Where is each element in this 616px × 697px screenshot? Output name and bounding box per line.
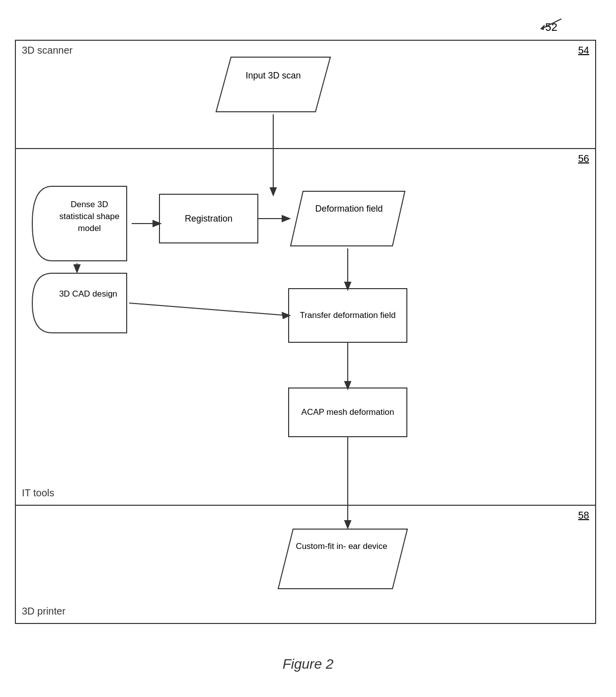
custom-fit-label: Custom-fit in- ear device	[296, 541, 387, 552]
transfer-deformation-label: Transfer deformation field	[300, 310, 395, 321]
transfer-deformation-shape: Transfer deformation field	[288, 288, 407, 343]
svg-marker-2	[216, 57, 330, 112]
page-container: 52 3D scanner 54 IT tools 56 3D printer …	[0, 0, 616, 697]
cad-design-label: 3D CAD design	[52, 288, 124, 300]
input-scan-label: Input 3D scan	[233, 70, 313, 82]
section-label-printer: 3D printer	[22, 606, 66, 617]
section-num-it: 56	[578, 153, 589, 164]
section-label-it: IT tools	[22, 487, 54, 499]
section-num-scanner: 54	[578, 45, 589, 56]
deformation-field-shape: Deformation field	[288, 189, 407, 248]
acap-mesh-shape: ACAP mesh deformation	[288, 387, 407, 437]
acap-mesh-label: ACAP mesh deformation	[302, 406, 394, 418]
svg-marker-1	[540, 25, 544, 30]
custom-fit-shape: Custom-fit in- ear device	[276, 527, 410, 591]
cad-design-shape: 3D CAD design	[30, 271, 129, 335]
svg-marker-3	[291, 191, 405, 246]
figure-ref-number: 52	[545, 21, 557, 34]
input-scan-shape: Input 3D scan	[214, 55, 333, 114]
section-label-scanner: 3D scanner	[22, 45, 73, 56]
dense-model-label: Dense 3D statistical shape model	[52, 199, 127, 234]
deformation-field-label: Deformation field	[306, 203, 392, 215]
section-num-printer: 58	[578, 510, 589, 521]
svg-marker-4	[278, 529, 407, 589]
dense-model-shape: Dense 3D statistical shape model	[27, 184, 132, 263]
figure-caption: Figure 2	[0, 656, 616, 672]
registration-shape: Registration	[159, 194, 258, 243]
registration-label: Registration	[185, 214, 232, 224]
